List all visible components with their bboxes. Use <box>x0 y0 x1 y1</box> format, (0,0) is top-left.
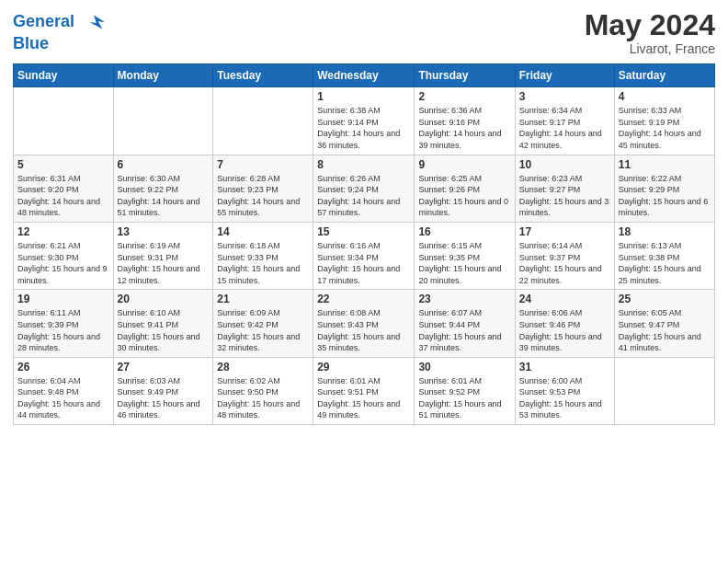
calendar-cell: 1Sunrise: 6:38 AMSunset: 9:14 PMDaylight… <box>313 87 415 155</box>
day-info: Sunrise: 6:36 AMSunset: 9:16 PMDaylight:… <box>418 105 510 151</box>
day-number: 24 <box>519 293 610 305</box>
day-info: Sunrise: 6:02 AMSunset: 9:50 PMDaylight:… <box>217 375 309 421</box>
logo-general: General <box>13 12 74 30</box>
logo-bird-icon <box>81 9 107 35</box>
calendar-cell: 6Sunrise: 6:30 AMSunset: 9:22 PMDaylight… <box>113 155 213 222</box>
logo-blue: Blue <box>13 34 49 52</box>
day-info: Sunrise: 6:30 AMSunset: 9:22 PMDaylight:… <box>118 173 210 219</box>
day-number: 11 <box>619 158 711 171</box>
day-number: 4 <box>619 90 711 103</box>
day-info: Sunrise: 6:05 AMSunset: 9:47 PMDaylight:… <box>619 307 711 353</box>
day-number: 29 <box>317 361 410 373</box>
day-number: 17 <box>519 225 610 238</box>
day-number: 31 <box>519 361 610 373</box>
calendar-cell: 18Sunrise: 6:13 AMSunset: 9:38 PMDayligh… <box>614 222 714 289</box>
day-number: 12 <box>17 225 109 238</box>
logo-text: General Blue <box>13 9 107 53</box>
day-info: Sunrise: 6:33 AMSunset: 9:19 PMDaylight:… <box>619 105 711 151</box>
day-info: Sunrise: 6:16 AMSunset: 9:34 PMDaylight:… <box>317 240 410 286</box>
calendar-week-3: 12Sunrise: 6:21 AMSunset: 9:30 PMDayligh… <box>14 222 715 289</box>
day-info: Sunrise: 6:13 AMSunset: 9:38 PMDaylight:… <box>619 240 711 286</box>
day-number: 6 <box>118 158 210 171</box>
calendar-cell <box>14 87 114 155</box>
day-info: Sunrise: 6:11 AMSunset: 9:39 PMDaylight:… <box>17 307 109 353</box>
calendar-cell: 9Sunrise: 6:25 AMSunset: 9:26 PMDaylight… <box>415 155 515 222</box>
calendar-cell: 13Sunrise: 6:19 AMSunset: 9:31 PMDayligh… <box>113 222 213 289</box>
calendar-cell: 20Sunrise: 6:10 AMSunset: 9:41 PMDayligh… <box>113 290 213 357</box>
day-number: 28 <box>217 361 309 373</box>
day-number: 14 <box>217 225 309 238</box>
day-number: 19 <box>17 293 109 305</box>
day-number: 7 <box>217 158 309 171</box>
day-number: 26 <box>17 361 109 373</box>
calendar-cell: 25Sunrise: 6:05 AMSunset: 9:47 PMDayligh… <box>614 290 714 357</box>
calendar-week-2: 5Sunrise: 6:31 AMSunset: 9:20 PMDaylight… <box>14 155 715 222</box>
day-info: Sunrise: 6:07 AMSunset: 9:44 PMDaylight:… <box>418 307 510 353</box>
calendar-week-1: 1Sunrise: 6:38 AMSunset: 9:14 PMDaylight… <box>14 87 715 155</box>
day-info: Sunrise: 6:04 AMSunset: 9:48 PMDaylight:… <box>17 375 109 421</box>
calendar-cell: 8Sunrise: 6:26 AMSunset: 9:24 PMDaylight… <box>313 155 415 222</box>
calendar-cell: 17Sunrise: 6:14 AMSunset: 9:37 PMDayligh… <box>515 222 614 289</box>
day-info: Sunrise: 6:23 AMSunset: 9:27 PMDaylight:… <box>519 173 610 219</box>
day-info: Sunrise: 6:06 AMSunset: 9:46 PMDaylight:… <box>519 307 610 353</box>
day-info: Sunrise: 6:18 AMSunset: 9:33 PMDaylight:… <box>217 240 309 286</box>
calendar-cell: 14Sunrise: 6:18 AMSunset: 9:33 PMDayligh… <box>213 222 313 289</box>
day-info: Sunrise: 6:28 AMSunset: 9:23 PMDaylight:… <box>217 173 309 219</box>
day-info: Sunrise: 6:01 AMSunset: 9:51 PMDaylight:… <box>317 375 410 421</box>
day-number: 2 <box>418 90 510 103</box>
day-number: 18 <box>619 225 711 238</box>
day-info: Sunrise: 6:25 AMSunset: 9:26 PMDaylight:… <box>418 173 510 219</box>
calendar-cell: 21Sunrise: 6:09 AMSunset: 9:42 PMDayligh… <box>213 290 313 357</box>
calendar-body: 1Sunrise: 6:38 AMSunset: 9:14 PMDaylight… <box>14 87 715 425</box>
calendar-cell: 29Sunrise: 6:01 AMSunset: 9:51 PMDayligh… <box>313 357 415 424</box>
calendar-cell: 16Sunrise: 6:15 AMSunset: 9:35 PMDayligh… <box>415 222 515 289</box>
col-monday: Monday <box>113 64 213 87</box>
col-tuesday: Tuesday <box>213 64 313 87</box>
calendar-cell: 28Sunrise: 6:02 AMSunset: 9:50 PMDayligh… <box>213 357 313 424</box>
calendar-cell: 26Sunrise: 6:04 AMSunset: 9:48 PMDayligh… <box>14 357 114 424</box>
day-number: 25 <box>619 293 711 305</box>
day-number: 23 <box>418 293 510 305</box>
page: General Blue May 2024 Livarot, France Su… <box>0 0 728 563</box>
calendar-cell: 4Sunrise: 6:33 AMSunset: 9:19 PMDaylight… <box>614 87 714 155</box>
calendar-cell: 30Sunrise: 6:01 AMSunset: 9:52 PMDayligh… <box>415 357 515 424</box>
day-number: 27 <box>118 361 210 373</box>
col-sunday: Sunday <box>14 64 114 87</box>
day-number: 9 <box>418 158 510 171</box>
day-number: 16 <box>418 225 510 238</box>
col-thursday: Thursday <box>415 64 515 87</box>
day-info: Sunrise: 6:15 AMSunset: 9:35 PMDaylight:… <box>418 240 510 286</box>
day-number: 13 <box>118 225 210 238</box>
day-number: 8 <box>317 158 410 171</box>
calendar-cell <box>614 357 714 424</box>
day-number: 22 <box>317 293 410 305</box>
calendar-cell: 11Sunrise: 6:22 AMSunset: 9:29 PMDayligh… <box>614 155 714 222</box>
calendar-cell: 23Sunrise: 6:07 AMSunset: 9:44 PMDayligh… <box>415 290 515 357</box>
calendar-week-4: 19Sunrise: 6:11 AMSunset: 9:39 PMDayligh… <box>14 290 715 357</box>
col-friday: Friday <box>515 64 614 87</box>
day-number: 3 <box>519 90 610 103</box>
day-info: Sunrise: 6:26 AMSunset: 9:24 PMDaylight:… <box>317 173 410 219</box>
day-info: Sunrise: 6:09 AMSunset: 9:42 PMDaylight:… <box>217 307 309 353</box>
day-info: Sunrise: 6:14 AMSunset: 9:37 PMDaylight:… <box>519 240 610 286</box>
day-number: 1 <box>317 90 410 103</box>
location: Livarot, France <box>585 41 715 56</box>
day-info: Sunrise: 6:21 AMSunset: 9:30 PMDaylight:… <box>17 240 109 286</box>
day-number: 21 <box>217 293 309 305</box>
day-info: Sunrise: 6:38 AMSunset: 9:14 PMDaylight:… <box>317 105 410 151</box>
day-info: Sunrise: 6:01 AMSunset: 9:52 PMDaylight:… <box>418 375 510 421</box>
calendar-cell <box>113 87 213 155</box>
day-info: Sunrise: 6:31 AMSunset: 9:20 PMDaylight:… <box>17 173 109 219</box>
calendar-cell: 27Sunrise: 6:03 AMSunset: 9:49 PMDayligh… <box>113 357 213 424</box>
day-info: Sunrise: 6:19 AMSunset: 9:31 PMDaylight:… <box>118 240 210 286</box>
day-info: Sunrise: 6:08 AMSunset: 9:43 PMDaylight:… <box>317 307 410 353</box>
calendar: Sunday Monday Tuesday Wednesday Thursday… <box>13 63 715 425</box>
header: General Blue May 2024 Livarot, France <box>13 9 715 56</box>
day-info: Sunrise: 6:00 AMSunset: 9:53 PMDaylight:… <box>519 375 610 421</box>
day-number: 20 <box>118 293 210 305</box>
calendar-header-row: Sunday Monday Tuesday Wednesday Thursday… <box>14 64 715 87</box>
calendar-cell: 5Sunrise: 6:31 AMSunset: 9:20 PMDaylight… <box>14 155 114 222</box>
day-info: Sunrise: 6:22 AMSunset: 9:29 PMDaylight:… <box>619 173 711 219</box>
calendar-cell: 2Sunrise: 6:36 AMSunset: 9:16 PMDaylight… <box>415 87 515 155</box>
calendar-cell: 19Sunrise: 6:11 AMSunset: 9:39 PMDayligh… <box>14 290 114 357</box>
